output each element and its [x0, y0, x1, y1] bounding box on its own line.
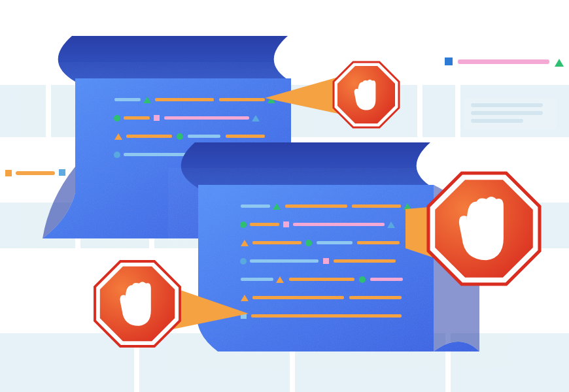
svg-rect-17 — [0, 333, 134, 392]
svg-rect-32 — [126, 135, 172, 138]
svg-point-62 — [359, 276, 366, 283]
stop-sign-top — [334, 62, 399, 127]
svg-rect-53 — [317, 241, 353, 244]
svg-rect-66 — [349, 296, 402, 299]
svg-rect-65 — [252, 296, 344, 299]
svg-rect-68 — [251, 314, 402, 318]
svg-rect-5 — [422, 85, 455, 137]
svg-rect-12 — [16, 171, 55, 175]
svg-rect-61 — [289, 278, 354, 281]
svg-rect-34 — [188, 135, 220, 138]
svg-rect-3 — [0, 85, 46, 137]
svg-rect-27 — [124, 116, 150, 120]
svg-rect-59 — [241, 278, 273, 281]
svg-rect-51 — [252, 241, 302, 244]
svg-rect-42 — [285, 204, 347, 208]
svg-rect-1 — [458, 59, 549, 64]
svg-point-26 — [114, 115, 120, 122]
svg-point-55 — [240, 258, 247, 265]
svg-rect-40 — [241, 204, 270, 208]
svg-rect-11 — [5, 170, 12, 176]
svg-rect-46 — [250, 223, 279, 226]
svg-rect-47 — [283, 221, 289, 227]
svg-rect-37 — [124, 153, 189, 156]
svg-rect-21 — [114, 98, 141, 101]
svg-point-36 — [114, 152, 120, 158]
svg-rect-9 — [471, 111, 543, 115]
svg-rect-10 — [471, 119, 523, 123]
svg-rect-48 — [293, 223, 385, 226]
svg-rect-23 — [155, 98, 214, 101]
svg-rect-54 — [357, 241, 400, 244]
svg-rect-43 — [352, 204, 401, 208]
stop-sign-bottom-left — [95, 261, 180, 346]
illustration — [0, 0, 569, 392]
svg-rect-8 — [471, 103, 543, 107]
svg-rect-13 — [59, 169, 65, 176]
svg-rect-35 — [226, 135, 265, 138]
svg-rect-58 — [334, 259, 396, 263]
svg-rect-63 — [370, 278, 403, 281]
svg-point-33 — [177, 133, 183, 140]
svg-rect-29 — [164, 116, 249, 120]
svg-point-45 — [240, 221, 247, 228]
stop-sign-right — [428, 173, 540, 284]
svg-point-52 — [305, 240, 312, 246]
svg-rect-28 — [154, 115, 160, 121]
svg-rect-24 — [219, 98, 265, 101]
svg-rect-0 — [445, 57, 453, 65]
svg-rect-57 — [323, 258, 329, 264]
svg-rect-56 — [250, 259, 319, 263]
svg-marker-2 — [555, 59, 564, 67]
